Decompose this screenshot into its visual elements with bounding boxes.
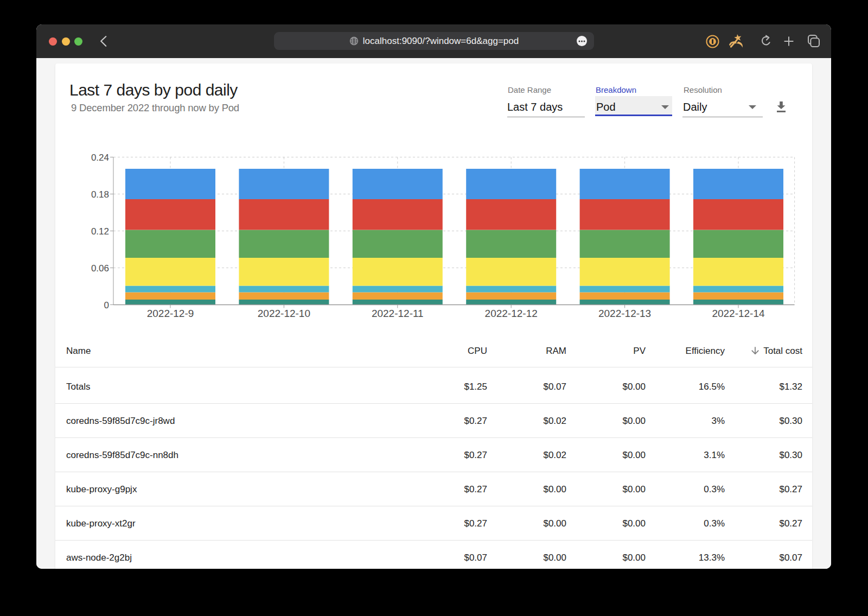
- svg-text:0.24: 0.24: [91, 153, 109, 163]
- svg-text:2022-12-9: 2022-12-9: [147, 308, 194, 319]
- svg-text:0: 0: [104, 300, 109, 310]
- svg-text:0.18: 0.18: [91, 189, 109, 200]
- svg-text:2022-12-13: 2022-12-13: [598, 308, 651, 319]
- svg-text:2022-12-10: 2022-12-10: [258, 308, 310, 319]
- svg-text:0.12: 0.12: [91, 226, 109, 237]
- svg-text:2022-12-14: 2022-12-14: [712, 308, 765, 319]
- svg-text:0.06: 0.06: [91, 263, 109, 274]
- svg-text:2022-12-11: 2022-12-11: [372, 308, 424, 319]
- svg-text:2022-12-12: 2022-12-12: [485, 308, 538, 319]
